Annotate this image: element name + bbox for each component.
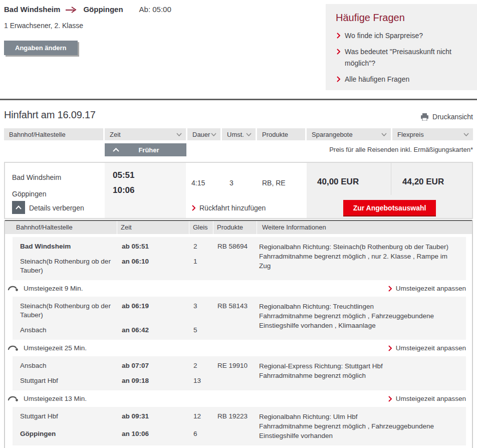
departure-time-label: Ab: 05:00	[139, 5, 171, 14]
adjust-transfer-link[interactable]: Umsteigezeit anpassen	[388, 344, 466, 352]
section-divider	[0, 99, 477, 100]
chevron-right-icon	[337, 76, 340, 82]
price-note: Preis für alle Reisenden inkl. Ermäßigun…	[329, 146, 473, 153]
col-info: Weitere Informationen	[257, 221, 472, 234]
transfer-row: Umsteigezeit 13 Min. Umsteigezeit anpass…	[5, 393, 472, 404]
details-table-header: Bahnhof/Haltestelle Zeit Gleis Produkte …	[5, 220, 472, 234]
flex-price: 44,20 EUR	[402, 177, 444, 187]
connection-summary: Bad Windsheim Göppingen 05:51 10:06 4:15…	[4, 162, 473, 219]
print-view-link[interactable]: Druckansicht	[420, 113, 473, 121]
train-amenities: Fahrradmitnahme begrenzt möglich , Fahrz…	[259, 422, 434, 439]
transfer-time-label: Umsteigezeit 13 Min.	[24, 395, 87, 402]
filter-dauer-dropdown[interactable]: Dauer	[187, 128, 220, 140]
chevron-down-icon	[211, 133, 216, 136]
transfer-row: Umsteigezeit 25 Min. Umsteigezeit anpass…	[5, 343, 472, 353]
train-amenities: Fahrradmitnahme begrenzt möglich , nur 2…	[259, 253, 447, 270]
leg-from-station: Bad Windsheim	[20, 242, 122, 251]
leg-dep-time: ab 05:51	[122, 242, 193, 251]
faq-title: Häufige Fragen	[336, 12, 467, 24]
train-direction: Regionalbahn Richtung: Steinach(b Rothen…	[259, 243, 448, 251]
origin-station: Bad Windsheim	[4, 5, 60, 14]
leg-dep-platform: 3	[193, 302, 217, 320]
leg-arr-time: an 09:18	[122, 376, 193, 385]
chevron-up-icon	[113, 148, 119, 152]
connection-from: Bad Windsheim	[12, 173, 61, 181]
chevron-down-icon	[246, 133, 252, 136]
departure-time: 05:51	[113, 170, 134, 180]
leg-row: Bad Windsheim ab 05:51 2 RB 58694 Region…	[13, 237, 466, 280]
change-details-button[interactable]: Angaben ändern	[4, 41, 78, 55]
trip-summary-section: Bad Windsheim Göppingen Ab: 05:00 1 Erwa…	[0, 0, 477, 99]
controls-row: Früher Preis für alle Reisenden inkl. Er…	[4, 143, 473, 162]
transfer-icon	[8, 345, 19, 351]
leg-arr-platform: 13	[193, 376, 217, 385]
page-title: Hinfahrt am 16.09.17	[4, 109, 96, 121]
train-direction: Regional-Express Richtung: Stuttgart Hbf	[259, 362, 383, 370]
connection-details: Bahnhof/Haltestelle Zeit Gleis Produkte …	[4, 220, 473, 448]
col-time: Zeit	[117, 221, 189, 234]
chevron-down-icon	[463, 133, 469, 136]
leg-to-station: Steinach(b Rothenburg ob der Tauber)	[20, 257, 122, 275]
chevron-right-icon	[388, 286, 392, 292]
adjust-transfer-link[interactable]: Umsteigezeit anpassen	[388, 395, 466, 402]
leg-arr-platform: 5	[193, 326, 217, 335]
leg-train: RB 19223	[217, 412, 259, 423]
transfer-time-label: Umsteigezeit 9 Min.	[24, 285, 83, 292]
filter-label: Bahnhof/Haltestelle	[9, 131, 66, 138]
leg-info: Regionalbahn Richtung: Ulm Hbf Fahrradmi…	[259, 412, 466, 440]
filter-produkte: Produkte	[257, 128, 305, 140]
filter-umstiege-dropdown[interactable]: Umst.	[222, 128, 256, 140]
add-return-label: Rückfahrt hinzufügen	[199, 204, 266, 212]
leg-info: Regionalbahn Richtung: Treuchtlingen Fah…	[259, 302, 466, 335]
chevron-right-icon	[388, 396, 392, 402]
leg-to-station: Göppingen	[20, 429, 122, 441]
leg-arr-platform: 1	[193, 257, 217, 275]
filter-label: Produkte	[262, 131, 288, 138]
filter-label: Umst.	[227, 131, 244, 138]
filter-sparangebote-dropdown[interactable]: Sparangebote	[307, 128, 391, 140]
filter-station: Bahnhof/Haltestelle	[4, 128, 103, 140]
faq-link-alle-fragen[interactable]: Alle häufigen Fragen	[336, 74, 467, 85]
filter-label: Sparangebote	[312, 131, 353, 138]
leg-row: Ansbach ab 07:07 2 RE 19910 Regional-Exp…	[13, 356, 466, 390]
earlier-button-label: Früher	[119, 146, 178, 154]
chevron-right-icon	[388, 345, 392, 351]
hide-details-label[interactable]: Details verbergen	[29, 204, 84, 212]
leg-arr-time: an 06:10	[122, 257, 193, 275]
faq-link-sparpreise[interactable]: Wo finde ich Sparpreise?	[336, 30, 467, 42]
destination-station: Göppingen	[83, 5, 123, 14]
leg-to-station: Stuttgart Hbf	[20, 376, 122, 385]
filter-zeit-dropdown[interactable]: Zeit	[105, 128, 186, 140]
chevron-up-icon	[16, 205, 22, 209]
faq-link-preisauskunft[interactable]: Was bedeutet "Preisauskunft nicht möglic…	[336, 46, 467, 69]
leg-dep-time: ab 07:07	[122, 361, 193, 370]
leg-dep-platform: 2	[193, 242, 217, 251]
leg-dep-time: ab 06:19	[122, 302, 193, 320]
print-view-label: Druckansicht	[432, 113, 473, 121]
col-products: Produkte	[213, 221, 257, 234]
adjust-transfer-link[interactable]: Umsteigezeit anpassen	[388, 285, 466, 292]
filter-flexpreis-dropdown[interactable]: Flexpreis	[392, 128, 473, 140]
train-amenities: Fahrradmitnahme begrenzt möglich	[259, 372, 366, 379]
chevron-right-icon	[337, 49, 340, 55]
earlier-connections-button[interactable]: Früher	[105, 143, 186, 156]
offer-selection-button[interactable]: Zur Angebotsauswahl	[343, 200, 436, 215]
filter-label: Zeit	[110, 131, 121, 138]
faq-link-label: Wo finde ich Sparpreise?	[345, 30, 423, 42]
leg-arr-platform: 6	[193, 429, 217, 441]
chevron-right-icon	[337, 33, 340, 39]
connection-to: Göppingen	[12, 190, 47, 198]
leg-dep-platform: 2	[193, 361, 217, 370]
leg-from-station: Stuttgart Hbf	[20, 412, 122, 423]
price-divider	[391, 163, 391, 195]
leg-dep-platform: 12	[193, 412, 217, 423]
col-station: Bahnhof/Haltestelle	[5, 221, 117, 234]
duration: 4:15	[191, 179, 205, 187]
leg-train: RE 19910	[217, 361, 259, 370]
transfer-row: Umsteigezeit 9 Min. Umsteigezeit anpasse…	[5, 283, 472, 294]
add-return-link[interactable]: Rückfahrt hinzufügen	[192, 204, 266, 212]
results-header: Hinfahrt am 16.09.17 Druckansicht	[4, 109, 473, 121]
faq-box: Häufige Fragen Wo finde ich Sparpreise? …	[326, 4, 477, 90]
leg-arr-time: an 06:42	[122, 326, 193, 335]
hide-details-toggle[interactable]	[12, 201, 25, 214]
